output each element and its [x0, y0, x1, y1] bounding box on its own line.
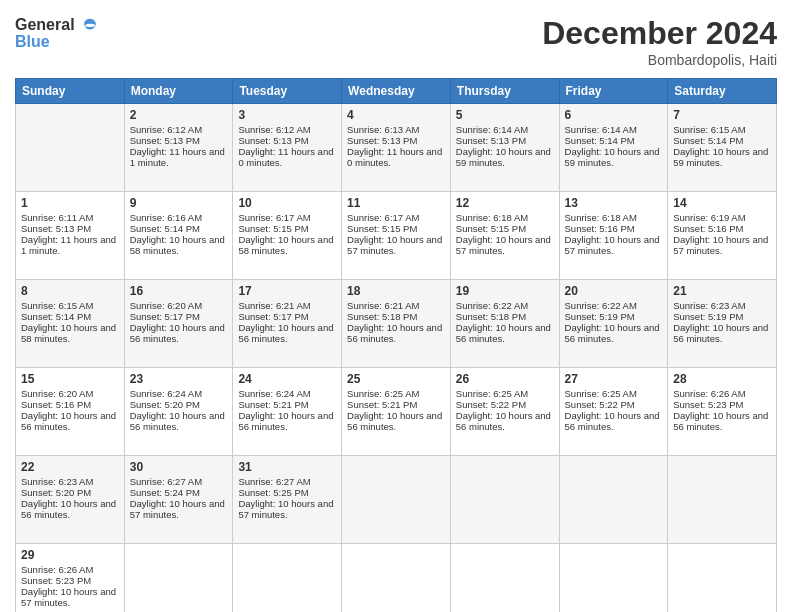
table-cell: 16Sunrise: 6:20 AMSunset: 5:17 PMDayligh… [124, 280, 233, 368]
col-sunday: Sunday [16, 79, 125, 104]
table-cell: 27Sunrise: 6:25 AMSunset: 5:22 PMDayligh… [559, 368, 668, 456]
table-cell: 1Sunrise: 6:11 AMSunset: 5:13 PMDaylight… [16, 192, 125, 280]
sunrise-text: Sunrise: 6:17 AM [347, 212, 419, 223]
table-cell: 28Sunrise: 6:26 AMSunset: 5:23 PMDayligh… [668, 368, 777, 456]
daylight-text: Daylight: 10 hours and 56 minutes. [21, 498, 116, 520]
table-cell: 2Sunrise: 6:12 AMSunset: 5:13 PMDaylight… [124, 104, 233, 192]
sunset-text: Sunset: 5:13 PM [456, 135, 526, 146]
sunrise-text: Sunrise: 6:24 AM [238, 388, 310, 399]
daylight-text: Daylight: 10 hours and 56 minutes. [21, 410, 116, 432]
table-cell: 15Sunrise: 6:20 AMSunset: 5:16 PMDayligh… [16, 368, 125, 456]
table-cell [559, 544, 668, 613]
sunrise-text: Sunrise: 6:17 AM [238, 212, 310, 223]
table-cell: 17Sunrise: 6:21 AMSunset: 5:17 PMDayligh… [233, 280, 342, 368]
header: General Blue December 2024 Bombardopolis… [15, 15, 777, 68]
day-number: 26 [456, 372, 554, 386]
table-cell: 31Sunrise: 6:27 AMSunset: 5:25 PMDayligh… [233, 456, 342, 544]
logo-content: General Blue [15, 15, 99, 51]
sunrise-text: Sunrise: 6:25 AM [456, 388, 528, 399]
table-cell [450, 544, 559, 613]
day-number: 5 [456, 108, 554, 122]
day-number: 22 [21, 460, 119, 474]
day-number: 17 [238, 284, 336, 298]
table-cell: 30Sunrise: 6:27 AMSunset: 5:24 PMDayligh… [124, 456, 233, 544]
sunset-text: Sunset: 5:16 PM [21, 399, 91, 410]
table-cell [124, 544, 233, 613]
header-row: Sunday Monday Tuesday Wednesday Thursday… [16, 79, 777, 104]
table-cell [450, 456, 559, 544]
calendar-row: 29Sunrise: 6:26 AMSunset: 5:23 PMDayligh… [16, 544, 777, 613]
sunrise-text: Sunrise: 6:14 AM [565, 124, 637, 135]
sunrise-text: Sunrise: 6:26 AM [21, 564, 93, 575]
logo-bird-icon [81, 17, 99, 35]
day-number: 11 [347, 196, 445, 210]
daylight-text: Daylight: 10 hours and 56 minutes. [347, 322, 442, 344]
sunrise-text: Sunrise: 6:23 AM [673, 300, 745, 311]
location: Bombardopolis, Haiti [542, 52, 777, 68]
day-number: 19 [456, 284, 554, 298]
sunrise-text: Sunrise: 6:18 AM [456, 212, 528, 223]
day-number: 10 [238, 196, 336, 210]
day-number: 3 [238, 108, 336, 122]
daylight-text: Daylight: 10 hours and 57 minutes. [21, 586, 116, 608]
table-cell: 18Sunrise: 6:21 AMSunset: 5:18 PMDayligh… [342, 280, 451, 368]
daylight-text: Daylight: 10 hours and 59 minutes. [565, 146, 660, 168]
sunrise-text: Sunrise: 6:22 AM [456, 300, 528, 311]
table-cell [233, 544, 342, 613]
day-number: 18 [347, 284, 445, 298]
day-number: 8 [21, 284, 119, 298]
daylight-text: Daylight: 10 hours and 56 minutes. [130, 322, 225, 344]
month-title: December 2024 [542, 15, 777, 52]
daylight-text: Daylight: 10 hours and 56 minutes. [238, 322, 333, 344]
sunset-text: Sunset: 5:19 PM [673, 311, 743, 322]
sunset-text: Sunset: 5:14 PM [130, 223, 200, 234]
sunset-text: Sunset: 5:20 PM [21, 487, 91, 498]
sunset-text: Sunset: 5:18 PM [456, 311, 526, 322]
sunrise-text: Sunrise: 6:14 AM [456, 124, 528, 135]
table-cell: 5Sunrise: 6:14 AMSunset: 5:13 PMDaylight… [450, 104, 559, 192]
sunset-text: Sunset: 5:20 PM [130, 399, 200, 410]
col-wednesday: Wednesday [342, 79, 451, 104]
sunrise-text: Sunrise: 6:27 AM [238, 476, 310, 487]
table-cell: 3Sunrise: 6:12 AMSunset: 5:13 PMDaylight… [233, 104, 342, 192]
table-cell: 6Sunrise: 6:14 AMSunset: 5:14 PMDaylight… [559, 104, 668, 192]
day-number: 12 [456, 196, 554, 210]
daylight-text: Daylight: 10 hours and 56 minutes. [565, 322, 660, 344]
sunrise-text: Sunrise: 6:24 AM [130, 388, 202, 399]
daylight-text: Daylight: 10 hours and 56 minutes. [673, 322, 768, 344]
daylight-text: Daylight: 10 hours and 57 minutes. [673, 234, 768, 256]
sunset-text: Sunset: 5:21 PM [238, 399, 308, 410]
sunrise-text: Sunrise: 6:25 AM [565, 388, 637, 399]
table-cell [342, 456, 451, 544]
daylight-text: Daylight: 10 hours and 56 minutes. [673, 410, 768, 432]
col-saturday: Saturday [668, 79, 777, 104]
table-cell: 12Sunrise: 6:18 AMSunset: 5:15 PMDayligh… [450, 192, 559, 280]
col-monday: Monday [124, 79, 233, 104]
table-cell: 26Sunrise: 6:25 AMSunset: 5:22 PMDayligh… [450, 368, 559, 456]
day-number: 2 [130, 108, 228, 122]
day-number: 14 [673, 196, 771, 210]
day-number: 9 [130, 196, 228, 210]
sunrise-text: Sunrise: 6:18 AM [565, 212, 637, 223]
daylight-text: Daylight: 10 hours and 56 minutes. [347, 410, 442, 432]
table-cell: 22Sunrise: 6:23 AMSunset: 5:20 PMDayligh… [16, 456, 125, 544]
daylight-text: Daylight: 10 hours and 56 minutes. [456, 410, 551, 432]
day-number: 20 [565, 284, 663, 298]
daylight-text: Daylight: 10 hours and 56 minutes. [565, 410, 660, 432]
sunset-text: Sunset: 5:16 PM [565, 223, 635, 234]
sunrise-text: Sunrise: 6:16 AM [130, 212, 202, 223]
sunset-text: Sunset: 5:22 PM [565, 399, 635, 410]
sunset-text: Sunset: 5:13 PM [21, 223, 91, 234]
day-number: 4 [347, 108, 445, 122]
sunrise-text: Sunrise: 6:21 AM [238, 300, 310, 311]
day-number: 6 [565, 108, 663, 122]
table-cell: 19Sunrise: 6:22 AMSunset: 5:18 PMDayligh… [450, 280, 559, 368]
sunset-text: Sunset: 5:17 PM [238, 311, 308, 322]
daylight-text: Daylight: 10 hours and 56 minutes. [238, 410, 333, 432]
sunset-text: Sunset: 5:24 PM [130, 487, 200, 498]
page: General Blue December 2024 Bombardopolis… [0, 0, 792, 612]
table-cell: 10Sunrise: 6:17 AMSunset: 5:15 PMDayligh… [233, 192, 342, 280]
table-cell: 23Sunrise: 6:24 AMSunset: 5:20 PMDayligh… [124, 368, 233, 456]
daylight-text: Daylight: 10 hours and 56 minutes. [130, 410, 225, 432]
sunset-text: Sunset: 5:25 PM [238, 487, 308, 498]
